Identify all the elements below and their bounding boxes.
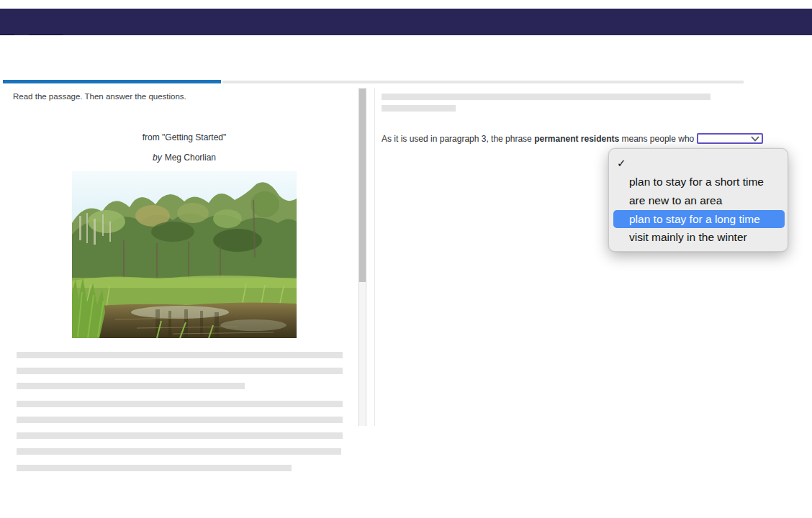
- passage-scrollbar[interactable]: [358, 88, 366, 426]
- chevron-down-icon: [751, 135, 759, 142]
- passage-title: from "Getting Started": [72, 132, 297, 142]
- passage-text-placeholder-line: [17, 401, 343, 407]
- byline-by: by: [153, 153, 162, 163]
- header-shadow-segment: [0, 34, 14, 35]
- passage-text-placeholder-line: [17, 448, 341, 455]
- question-text: As it is used in paragraph 3, the phrase…: [382, 133, 799, 144]
- dropdown-option[interactable]: are new to an area: [609, 191, 788, 210]
- passage-text-placeholder-line: [17, 465, 292, 471]
- panel-divider: [374, 88, 375, 426]
- question-prefix: As it is used in paragraph 3, the phrase: [382, 134, 534, 144]
- dropdown-option[interactable]: visit mainly in the winter: [609, 228, 788, 247]
- passage-text-placeholder-line: [17, 432, 343, 439]
- app-header: [0, 9, 812, 35]
- passage-text-placeholder-line: [17, 417, 343, 423]
- dropdown-selected-blank-option[interactable]: ✓: [609, 154, 788, 173]
- question-header-placeholder-line: [382, 94, 710, 100]
- progress-bar-track: [222, 81, 744, 83]
- dropdown-option[interactable]: plan to stay for a short time: [609, 173, 788, 191]
- progress-bar-fill: [3, 80, 221, 83]
- passage-byline: byMeg Chorlian: [72, 153, 297, 163]
- app-window: Read the passage. Then answer the questi…: [0, 0, 812, 518]
- passage-photo: [72, 171, 297, 338]
- dropdown-option[interactable]: plan to stay for a long time: [613, 210, 785, 228]
- checkmark-icon: ✓: [617, 157, 626, 169]
- scrollbar-thumb[interactable]: [359, 88, 366, 282]
- passage-text-placeholder-line: [17, 383, 245, 389]
- passage-text-placeholder-line: [17, 368, 343, 374]
- passage-instruction: Read the passage. Then answer the questi…: [13, 92, 186, 101]
- answer-select[interactable]: [697, 133, 763, 144]
- question-suffix: means people who: [619, 134, 694, 144]
- dropdown-menu-options: plan to stay for a short timeare new to …: [609, 173, 788, 247]
- passage-text-placeholder-line: [17, 352, 343, 358]
- question-bold-phrase: permanent residents: [534, 134, 619, 144]
- dropdown-menu: ✓ plan to stay for a short timeare new t…: [608, 148, 788, 252]
- header-shadow-segment: [29, 34, 63, 35]
- question-header-placeholder-line: [382, 105, 456, 112]
- byline-author: Meg Chorlian: [165, 153, 216, 163]
